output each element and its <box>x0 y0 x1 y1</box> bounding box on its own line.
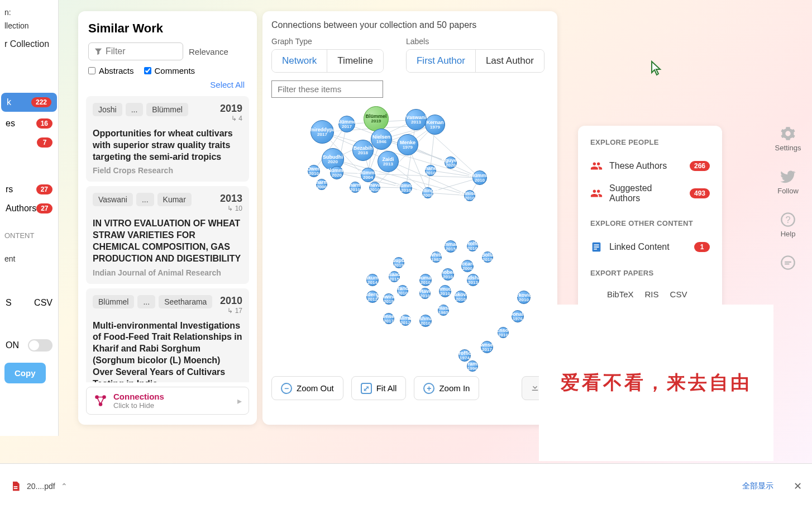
suggested-authors-row[interactable]: Suggested Authors 493 <box>590 178 710 209</box>
graph-node[interactable]: Jensen2017 <box>383 313 394 324</box>
export-option[interactable]: CSV <box>34 298 52 308</box>
author-pill[interactable]: ... <box>136 193 154 206</box>
sidebar-item-authors[interactable]: Authors 27 <box>0 199 58 218</box>
graph-node[interactable]: Nakovic2010 <box>455 291 467 303</box>
sidebar-item[interactable]: 7 <box>0 133 58 152</box>
sidebar-item-authors[interactable]: rs 27 <box>0 180 58 199</box>
graph-node[interactable]: Narashmahalu2010 <box>419 315 432 327</box>
graph-node[interactable]: Bellinger2009 <box>422 187 433 198</box>
export-option[interactable]: S <box>6 298 12 308</box>
linked-content-row[interactable]: Linked Content 1 <box>590 235 710 259</box>
zoom-out-button[interactable]: −Zoom Out <box>271 376 343 400</box>
author-pill[interactable]: Vaswani <box>93 193 133 206</box>
follow-button[interactable]: Follow <box>777 169 799 195</box>
graph-node[interactable]: Nielsen1946 <box>371 129 392 150</box>
these-authors-row[interactable]: These Authors 266 <box>590 154 710 178</box>
count-badge: 16 <box>36 118 52 129</box>
graph-node[interactable]: Dhavan2010 <box>369 182 380 193</box>
graph-node[interactable]: Gupta2019 <box>393 257 404 268</box>
graph-node[interactable]: Blümmel2010 <box>400 182 412 194</box>
export-bibtex[interactable]: BibTeX <box>607 289 634 299</box>
author-pill[interactable]: Joshi <box>93 103 122 116</box>
chat-button[interactable] <box>780 255 796 270</box>
author-pill[interactable]: Kumar <box>157 193 192 206</box>
graph-node[interactable]: Ceccarelli2000 <box>461 260 474 272</box>
zoom-in-button[interactable]: +Zoom In <box>414 376 479 400</box>
labels-first-author[interactable]: First Author <box>407 50 475 72</box>
graph-node[interactable]: Badshah2013 <box>467 274 479 286</box>
graph-node[interactable]: Kulwinder2019 <box>383 293 394 305</box>
download-chip[interactable]: 20....pdf ⌃ <box>10 481 68 492</box>
graph-node[interactable]: Bezabih2018 <box>352 140 374 161</box>
filter-input[interactable]: Filter <box>88 42 183 60</box>
graph-node[interactable]: Blümmel2010 <box>472 170 487 185</box>
graph-node[interactable]: Kernan1979 <box>425 115 445 135</box>
paper-card[interactable]: Blümmel...Seetharama 2010↳ 17 Multi-envi… <box>86 288 249 382</box>
graph-node[interactable]: Bolla2019 <box>482 251 493 263</box>
author-pill[interactable]: Blümmel <box>146 103 188 116</box>
sort-relevance[interactable]: Relevance <box>189 47 228 56</box>
paper-list[interactable]: Joshi...Blümmel 2019↳ 4 Opportunities fo… <box>84 92 251 382</box>
author-pill[interactable]: ... <box>126 103 144 116</box>
graph-node[interactable]: Annison2010 <box>464 190 475 201</box>
show-all-link[interactable]: 全部显示 <box>742 481 773 491</box>
graph-node[interactable]: Dumas2010 <box>419 274 432 286</box>
graph-node[interactable]: Sharma2000 <box>316 179 327 190</box>
chevron-up-icon[interactable]: ⌃ <box>61 482 68 491</box>
graph-node[interactable]: Ensor2010 <box>498 327 509 338</box>
paper-card[interactable]: Joshi...Blümmel 2019↳ 4 Opportunities fo… <box>86 96 249 182</box>
graph-type-timeline[interactable]: Timeline <box>327 50 383 72</box>
graph-node[interactable]: Urkovich2010 <box>517 291 531 304</box>
graph-node[interactable]: Zaidi2013 <box>378 151 399 172</box>
comments-checkbox[interactable]: Comments <box>144 66 195 75</box>
graph-node[interactable]: White1983 <box>431 251 442 263</box>
author-pill[interactable]: ... <box>137 295 155 308</box>
graph-node[interactable]: Piiasa1985 <box>438 305 449 316</box>
settings-button[interactable]: Settings <box>775 126 801 152</box>
toggle-switch[interactable] <box>28 339 52 352</box>
graph-node[interactable]: Sharma2010 <box>350 182 361 193</box>
graph-type-network[interactable]: Network <box>272 50 327 72</box>
graph-node[interactable]: Nguyen2020 <box>445 156 457 169</box>
graph-node[interactable]: Blümmel2004 <box>361 168 375 182</box>
fit-all-button[interactable]: ⤢Fit All <box>351 376 407 400</box>
graph-node[interactable]: Shobena2010 <box>442 268 454 281</box>
graph-node[interactable]: Mahmuddin2010 <box>439 285 451 297</box>
abstracts-checkbox[interactable]: Abstracts <box>88 66 134 75</box>
graph-node[interactable]: Phaned2010 <box>425 165 436 176</box>
select-all-link[interactable]: Select All <box>84 78 251 92</box>
graph-node[interactable]: Townsend2017 <box>481 341 493 353</box>
connections-toggle[interactable]: Connections Click to Hide ▸ <box>86 387 249 415</box>
graph-node[interactable]: Ravi2010 <box>419 288 431 299</box>
export-ris[interactable]: RIS <box>645 289 659 299</box>
graph-node[interactable]: Blümmel2019 <box>364 106 389 131</box>
graph-node[interactable]: Rolfe2010 <box>467 240 478 251</box>
graph-filter-input[interactable] <box>271 80 383 98</box>
graph-node[interactable]: Samireddypalle2017 <box>311 120 334 144</box>
graph-node[interactable]: Trams1996 <box>467 360 478 372</box>
graph-node[interactable]: Menke1979 <box>397 134 418 155</box>
labels-last-author[interactable]: Last Author <box>475 50 544 72</box>
author-pill[interactable]: Seetharama <box>159 295 212 308</box>
graph-node[interactable]: Owen2010 <box>308 165 320 177</box>
graph-node[interactable]: Proffics1974 <box>458 349 471 362</box>
export-csv[interactable]: CSV <box>670 289 687 299</box>
copy-button[interactable]: Copy <box>4 363 46 383</box>
author-pill[interactable]: Blümmel <box>93 295 134 308</box>
graph-node[interactable]: Gummadov2015 <box>445 240 457 253</box>
sidebar-item-active[interactable]: k 222 <box>1 93 57 112</box>
graph-node[interactable]: Blümmel2017 <box>338 116 355 132</box>
graph-node[interactable]: Saad2015 <box>389 271 400 282</box>
help-button[interactable]: ? Help <box>780 212 796 238</box>
graph-node[interactable]: Vaswani2013 <box>405 109 427 130</box>
graph-node[interactable]: Blümmel2020 <box>330 166 343 179</box>
rail-item[interactable]: ent <box>0 252 58 265</box>
close-icon[interactable]: ✕ <box>794 480 802 492</box>
svg-rect-39 <box>594 244 599 245</box>
paper-title: IN VITRO EVALUATION OF WHEAT STRAW VARIE… <box>93 212 242 264</box>
sidebar-item[interactable]: es 16 <box>0 114 58 133</box>
graph-node[interactable]: Sukumar2014 <box>366 274 379 286</box>
paper-card[interactable]: Vaswani...Kumar 2013↳ 10 IN VITRO EVALUA… <box>86 186 249 283</box>
network-graph-canvas[interactable]: Blümmel2019Vaswani2013Kernan1979Blümmel2… <box>271 103 548 372</box>
graph-node[interactable]: Donald1976 <box>512 310 524 322</box>
